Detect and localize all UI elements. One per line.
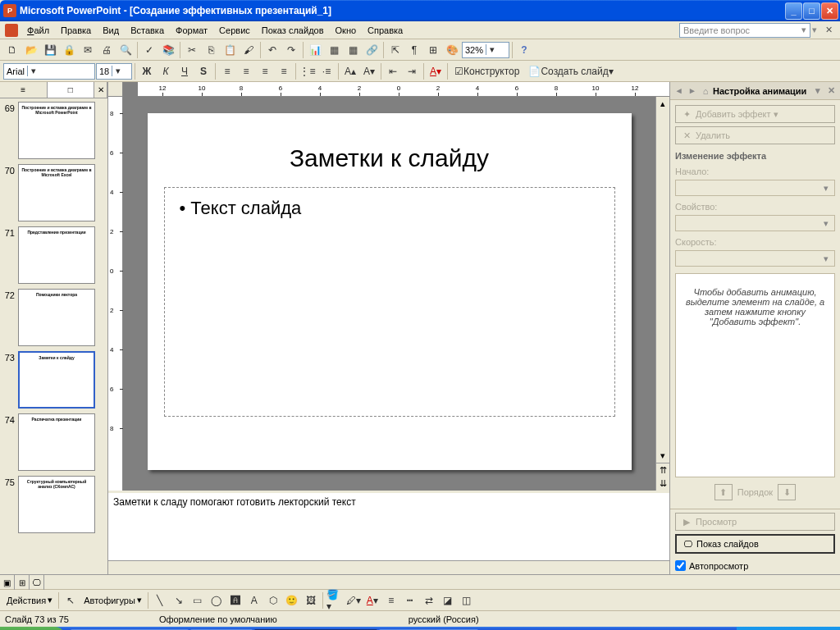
doc-close-button[interactable]: ✕ [822,24,835,37]
normal-view-button[interactable]: ▣ [0,575,15,590]
shadow-button[interactable]: S [194,62,212,80]
align-justify-button[interactable]: ≡ [275,62,293,80]
sorter-view-button[interactable]: ⊞ [15,575,30,590]
speed-combo[interactable]: ▾ [675,250,835,267]
hyperlink-button[interactable]: 🔗 [363,41,381,59]
prev-slide-button[interactable]: ⇈ [656,463,669,477]
start-button[interactable]: пуск [0,627,65,630]
slide-body[interactable]: Текст слайда [164,187,615,417]
menu-window[interactable]: Окно [330,23,363,38]
slide[interactable]: Заметки к слайду Текст слайда [148,113,632,470]
grid-button[interactable]: ⊞ [424,41,442,59]
wordart-button[interactable]: A [245,591,263,609]
menu-file[interactable]: Файл [21,23,55,38]
numbering-button[interactable]: ⋮≡ [299,62,317,80]
line-style-button[interactable]: ≡ [382,591,400,609]
slide-thumbnail[interactable]: Распечатка презентации [18,413,95,471]
spellcheck-button[interactable]: ✓ [140,41,158,59]
font-combo[interactable]: Arial▾ [3,63,95,80]
preview-button[interactable]: ▶Просмотр [675,513,835,531]
delete-effect-button[interactable]: ✕Удалить [675,126,835,144]
minimize-button[interactable]: _ [785,2,802,20]
undo-button[interactable]: ↶ [263,41,281,59]
align-left-button[interactable]: ≡ [218,62,236,80]
zoom-combo[interactable]: 32%▾ [462,42,509,58]
tables-borders-button[interactable]: ▦ [344,41,362,59]
open-button[interactable]: 📂 [22,41,40,59]
rectangle-button[interactable]: ▭ [189,591,207,609]
doc-control-icon[interactable] [5,24,18,37]
order-down-button[interactable]: ⬇ [778,484,796,500]
add-effect-button[interactable]: ✦Добавить эффект ▾ [675,105,835,123]
color-button[interactable]: 🎨 [443,41,461,59]
outline-tab[interactable]: ≡ [0,82,48,98]
cut-button[interactable]: ✂ [183,41,201,59]
maximize-button[interactable]: □ [803,2,820,20]
print-button[interactable]: 🖨 [98,41,116,59]
preview-button[interactable]: 🔍 [116,41,135,59]
shadow-style-button[interactable]: ◪ [439,591,457,609]
slideshow-view-button[interactable]: 🖵 [30,575,44,590]
diagram-button[interactable]: ⬡ [264,591,282,609]
paste-button[interactable]: 📋 [221,41,239,59]
taskpane-fwd-button[interactable]: ▸ [687,85,698,97]
slide-canvas[interactable]: Заметки к слайду Текст слайда [123,97,655,491]
next-slide-button[interactable]: ⇊ [656,477,669,491]
slide-thumbnail[interactable]: Заметки к слайду [18,351,95,409]
property-combo[interactable]: ▾ [675,215,835,231]
dash-style-button[interactable]: ┅ [401,591,419,609]
notes-pane[interactable]: Заметки к сладу помогают готовить лектор… [108,491,669,560]
fontsize-combo[interactable]: 18▾ [96,63,132,80]
new-slide-button[interactable]: 📄 Создать слайд ▾ [524,62,617,80]
menu-view[interactable]: Вид [97,23,125,38]
thumbs-close-button[interactable]: ✕ [94,82,107,98]
slideshow-button[interactable]: 🖵Показ слайдов [675,534,835,554]
menu-edit[interactable]: Правка [55,23,97,38]
scroll-up-button[interactable]: ▴ [656,97,669,111]
increase-indent-button[interactable]: ⇥ [403,62,421,80]
taskpane-menu-button[interactable]: ▾ [812,85,824,97]
vertical-scrollbar[interactable] [656,111,669,449]
arrow-style-button[interactable]: ⇄ [420,591,438,609]
fill-color-button[interactable]: 🪣▾ [326,591,344,609]
picture-button[interactable]: 🖼 [302,591,320,609]
textbox-button[interactable]: 🅰 [226,591,244,609]
order-up-button[interactable]: ⬆ [714,484,733,500]
bold-button[interactable]: Ж [138,62,156,80]
format-painter-button[interactable]: 🖌 [240,41,258,59]
design-button[interactable]: ☑ Конструктор [450,62,523,80]
decrease-indent-button[interactable]: ⇤ [384,62,402,80]
taskpane-home-button[interactable]: ⌂ [700,85,711,97]
oval-button[interactable]: ◯ [208,591,226,609]
arrow-button[interactable]: ↘ [170,591,188,609]
slide-thumbnail[interactable]: Построение и вставка диаграмм в Microsof… [18,164,95,221]
expand-button[interactable]: ⇱ [386,41,404,59]
italic-button[interactable]: К [157,62,175,80]
font-color-button2[interactable]: A▾ [363,591,381,609]
save-button[interactable]: 💾 [41,41,59,59]
chart-button[interactable]: 📊 [306,41,324,59]
line-color-button[interactable]: 🖊▾ [345,591,363,609]
menu-insert[interactable]: Вставка [125,23,170,38]
increase-font-button[interactable]: A▴ [341,62,359,80]
slides-tab[interactable]: □ [48,82,95,98]
slide-title[interactable]: Заметки к слайду [164,130,615,187]
horizontal-scrollbar[interactable] [108,561,669,574]
taskpane-back-button[interactable]: ◂ [673,85,685,97]
align-right-button[interactable]: ≡ [256,62,274,80]
line-button[interactable]: ╲ [151,591,169,609]
font-color-button[interactable]: A▾ [427,62,445,80]
new-button[interactable]: 🗋 [3,41,21,59]
show-formatting-button[interactable]: ¶ [405,41,423,59]
slide-thumbnail[interactable]: Структурный компьютерный анализ (СКомпАС… [18,476,95,533]
autopreview-checkbox[interactable]: Автопросмотр [675,560,835,571]
copy-button[interactable]: ⎘ [202,41,220,59]
3d-style-button[interactable]: ◫ [458,591,476,609]
menu-tools[interactable]: Сервис [213,23,256,38]
align-center-button[interactable]: ≡ [237,62,255,80]
permission-button[interactable]: 🔒 [60,41,78,59]
start-combo[interactable]: ▾ [675,180,835,196]
close-button[interactable]: ✕ [821,2,838,20]
pointer-button[interactable]: ↖ [62,591,80,609]
underline-button[interactable]: Ч [176,62,194,80]
